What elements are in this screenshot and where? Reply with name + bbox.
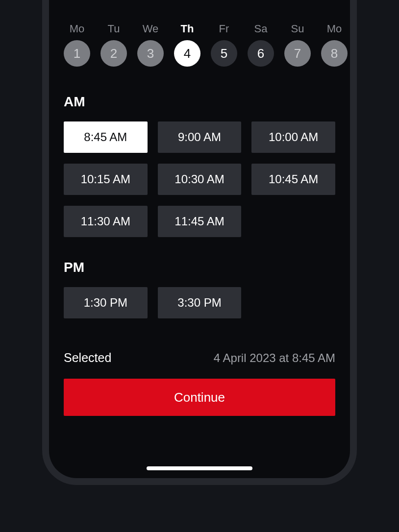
day-weekday-label: Fr xyxy=(219,23,229,35)
day-weekday-label: Th xyxy=(181,23,194,35)
day-selector-strip: Mo1Tu2We3Th4Fr5Sa6Su7Mo8 xyxy=(49,0,350,67)
day-weekday-label: Su xyxy=(291,23,304,35)
phone-screen: Mo1Tu2We3Th4Fr5Sa6Su7Mo8 AM 8:45 AM9:00 … xyxy=(49,0,350,478)
selected-summary-row: Selected 4 April 2023 at 8:45 AM xyxy=(64,351,335,365)
selected-value: 4 April 2023 at 8:45 AM xyxy=(214,351,335,365)
day-number-circle[interactable]: 5 xyxy=(211,40,237,67)
time-slot[interactable]: 9:00 AM xyxy=(158,121,242,153)
day-number-circle[interactable]: 1 xyxy=(64,40,90,67)
day-item[interactable]: Mo1 xyxy=(64,23,90,67)
time-slot[interactable]: 10:00 AM xyxy=(251,121,335,153)
pm-time-grid: 1:30 PM3:30 PM xyxy=(64,287,335,318)
day-weekday-label: We xyxy=(143,23,159,35)
day-item[interactable]: Th4 xyxy=(174,23,200,67)
day-number-circle[interactable]: 2 xyxy=(100,40,127,67)
phone-frame: Mo1Tu2We3Th4Fr5Sa6Su7Mo8 AM 8:45 AM9:00 … xyxy=(42,0,357,485)
time-slot[interactable]: 10:15 AM xyxy=(64,164,148,195)
time-slot[interactable]: 11:45 AM xyxy=(158,206,242,237)
time-slot[interactable]: 1:30 PM xyxy=(64,287,148,318)
day-item[interactable]: Sa6 xyxy=(248,23,274,67)
day-weekday-label: Mo xyxy=(327,23,342,35)
day-item[interactable]: Su7 xyxy=(284,23,311,67)
day-weekday-label: Tu xyxy=(108,23,120,35)
day-number-circle[interactable]: 4 xyxy=(174,40,200,67)
day-item[interactable]: Tu2 xyxy=(100,23,127,67)
day-number-circle[interactable]: 8 xyxy=(321,40,348,67)
am-time-grid: 8:45 AM9:00 AM10:00 AM10:15 AM10:30 AM10… xyxy=(64,121,335,237)
continue-button[interactable]: Continue xyxy=(64,379,335,416)
pm-section-header: PM xyxy=(64,260,335,275)
time-slot[interactable]: 8:45 AM xyxy=(64,121,148,153)
time-slot[interactable]: 10:30 AM xyxy=(158,164,242,195)
day-number-circle[interactable]: 3 xyxy=(137,40,164,67)
home-indicator[interactable] xyxy=(147,466,252,470)
time-slot[interactable]: 11:30 AM xyxy=(64,206,148,237)
selected-label: Selected xyxy=(64,351,111,365)
day-weekday-label: Mo xyxy=(70,23,85,35)
time-slot[interactable]: 10:45 AM xyxy=(251,164,335,195)
day-number-circle[interactable]: 7 xyxy=(284,40,311,67)
day-item[interactable]: We3 xyxy=(137,23,164,67)
day-number-circle[interactable]: 6 xyxy=(248,40,274,67)
time-slot[interactable]: 3:30 PM xyxy=(158,287,242,318)
am-section-header: AM xyxy=(64,94,335,110)
day-weekday-label: Sa xyxy=(254,23,268,35)
day-item[interactable]: Mo8 xyxy=(321,23,348,67)
day-item[interactable]: Fr5 xyxy=(211,23,237,67)
